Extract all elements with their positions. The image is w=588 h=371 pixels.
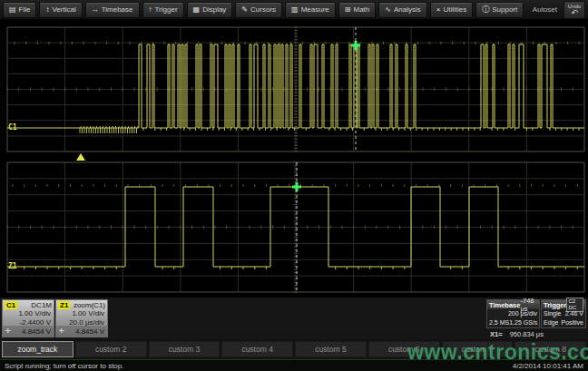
- menu-vertical-label: Vertical: [52, 5, 75, 14]
- vertical-arrows-icon: ↕: [45, 6, 49, 14]
- menu-display-label: Display: [202, 5, 226, 14]
- z1-level: 4.8454 V: [75, 327, 104, 336]
- custom-6-button[interactable]: custom 6: [368, 341, 440, 357]
- status-message: Script running; turn off cursor to stop.: [5, 362, 123, 370]
- menu-math[interactable]: ⊞Math: [338, 2, 377, 18]
- analysis-wave-icon: ∿: [385, 6, 391, 14]
- menu-measure-label: Measure: [301, 5, 329, 14]
- custom-2-button[interactable]: custom 2: [75, 341, 147, 357]
- channel-label-Z1: Z1: [8, 262, 17, 270]
- descriptor-strip: C1 DC1M 1.00 V/div -2.4400 V ✛ 4.8454 V …: [0, 298, 588, 339]
- cursor-readout-value: 950.834 μs: [510, 330, 544, 338]
- z1-source: zoom(C1): [74, 301, 105, 309]
- zoom-descriptor-z1[interactable]: Z1 zoom(C1) 1.00 V/div 20.0 μs/div ✛ 4.8…: [55, 299, 108, 337]
- z1-badge: Z1: [58, 301, 70, 309]
- horizontal-arrows-icon: ↔: [92, 6, 99, 14]
- custom-button-row: zoom_track custom 2 custom 3 custom 4 cu…: [0, 339, 588, 359]
- autoset-button[interactable]: Autoset: [533, 5, 561, 14]
- cursor-readout-label: X1=: [490, 330, 503, 338]
- trigger-level: 2.46 V: [565, 309, 583, 318]
- menu-trigger-label: Trigger: [155, 5, 178, 14]
- support-info-icon: ⓘ: [482, 6, 489, 14]
- menu-analysis[interactable]: ∿Analysis: [378, 2, 427, 18]
- custom-4-button[interactable]: custom 4: [221, 341, 293, 357]
- timebase-scale: 200 μs/div: [508, 309, 537, 318]
- trigger-slope: Positive: [561, 318, 583, 327]
- status-datetime: 4/2/2014 10:01:41 AM: [513, 362, 583, 370]
- zoom-track-button[interactable]: zoom_track: [2, 341, 74, 357]
- custom-7-button[interactable]: custom 7: [442, 341, 514, 357]
- z1-level-marker-icon: ✛: [59, 327, 64, 335]
- waveform-display[interactable]: C1Z1: [0, 20, 588, 298]
- trigger-title: Trigger: [544, 301, 566, 309]
- menu-file[interactable]: ▤File: [3, 2, 36, 18]
- menu-cursors-label: Cursors: [250, 5, 276, 14]
- menu-utilities[interactable]: ×Utilities: [430, 2, 473, 18]
- custom-3-button[interactable]: custom 3: [149, 341, 220, 357]
- undo-arrow-icon: ↶: [571, 9, 578, 16]
- c1-coupling: DC1M: [31, 301, 52, 309]
- channel-label-C1: C1: [8, 123, 17, 132]
- trigger-type: Edge: [544, 318, 558, 327]
- display-grid-icon: ▦: [193, 6, 201, 14]
- timebase-rate: 1.25 GS/s: [509, 318, 537, 327]
- trigger-delay-marker: [76, 153, 85, 161]
- menu-trigger[interactable]: ↑Trigger: [142, 2, 184, 18]
- trigger-descriptor[interactable]: Trigger C2 DC Single 2.46 V Edge Positiv…: [541, 299, 586, 328]
- menu-file-label: File: [19, 5, 31, 14]
- menu-analysis-label: Analysis: [394, 5, 421, 14]
- custom-8-button[interactable]: custom 8: [514, 341, 586, 357]
- menu-display[interactable]: ▦Display: [187, 2, 233, 18]
- menu-vertical[interactable]: ↕Vertical: [39, 2, 82, 18]
- c1-scale: 1.00 V/div: [3, 309, 54, 318]
- menu-support[interactable]: ⓘSupport: [475, 2, 524, 18]
- menu-timebase[interactable]: ↔Timebase: [85, 2, 140, 18]
- file-icon: ▤: [9, 6, 16, 14]
- menu-measure[interactable]: ▥Measure: [285, 2, 336, 18]
- timebase-samples: 2.5 MS: [489, 318, 509, 327]
- cursor-readout: X1= 950.834 μs: [490, 330, 544, 338]
- measure-icon: ▥: [291, 6, 299, 14]
- c1-level: 4.8454 V: [22, 327, 51, 336]
- oscilloscope-app: ▤File ↕Vertical ↔Timebase ↑Trigger ▦Disp…: [0, 0, 588, 371]
- menu-utilities-label: Utilities: [443, 5, 466, 14]
- cursor-pencil-icon: ✎: [241, 6, 248, 14]
- custom-5-button[interactable]: custom 5: [295, 341, 367, 357]
- menu-cursors[interactable]: ✎Cursors: [235, 2, 282, 18]
- channel-descriptor-c1[interactable]: C1 DC1M 1.00 V/div -2.4400 V ✛ 4.8454 V: [2, 299, 54, 337]
- timebase-title: Timebase: [489, 301, 520, 309]
- math-icon: ⊞: [345, 6, 351, 14]
- trigger-arrow-icon: ↑: [149, 6, 152, 14]
- c1-level-marker-icon: ✛: [5, 327, 11, 335]
- menu-support-label: Support: [492, 5, 517, 14]
- menu-math-label: Math: [353, 5, 369, 14]
- menu-timebase-label: Timebase: [102, 5, 133, 14]
- menu-bar: ▤File ↕Vertical ↔Timebase ↑Trigger ▦Disp…: [0, 0, 588, 20]
- utilities-icon: ×: [436, 6, 441, 14]
- c1-badge: C1: [5, 301, 17, 309]
- timebase-descriptor[interactable]: Timebase -748 μs 200 μs/div 2.5 MS 1.25 …: [486, 299, 540, 328]
- undo-button[interactable]: Undo ↶: [564, 1, 585, 19]
- z1-scale: 1.00 V/div: [56, 309, 107, 318]
- status-bar: Script running; turn off cursor to stop.…: [0, 359, 588, 371]
- scope-grids[interactable]: C1Z1: [0, 20, 588, 298]
- trigger-mode: Single: [544, 309, 561, 318]
